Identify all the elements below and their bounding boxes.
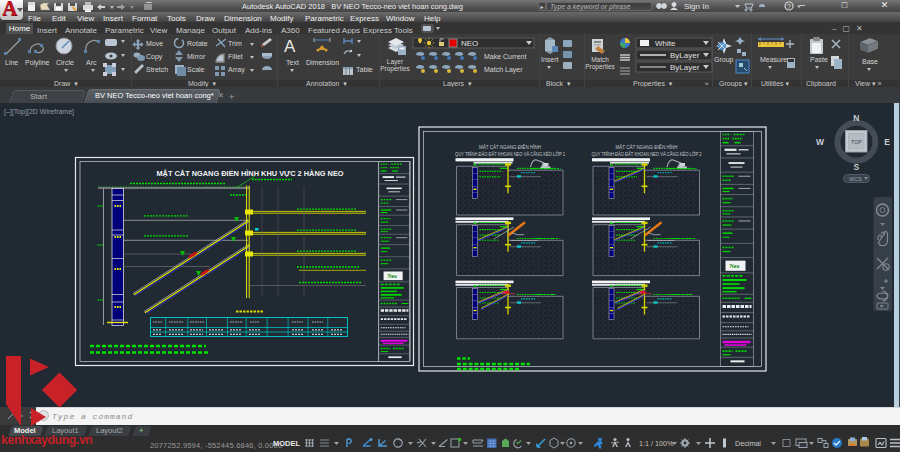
svg-text:NEO: NEO xyxy=(461,39,478,48)
svg-text:TOP: TOP xyxy=(851,139,862,145)
svg-text:W: W xyxy=(816,137,825,147)
svg-text:N: N xyxy=(853,113,859,123)
svg-text:?: ? xyxy=(787,3,791,10)
svg-text:QUY TRÌNH ĐÀO ĐẤT KHOAN NEO VÀ: QUY TRÌNH ĐÀO ĐẤT KHOAN NEO VÀ CĂNG KÉO … xyxy=(455,151,565,157)
svg-text:ByLayer: ByLayer xyxy=(670,63,700,72)
svg-text:ByLayer: ByLayer xyxy=(670,51,700,60)
svg-text:WCS: WCS xyxy=(849,176,862,182)
svg-text:MẶT CẮT NGANG ĐIỂN HÌNH: MẶT CẮT NGANG ĐIỂN HÌNH xyxy=(616,143,678,150)
svg-text:Decimal: Decimal xyxy=(735,439,761,448)
svg-text:1:1 / 100%: 1:1 / 100% xyxy=(639,439,674,448)
svg-text:MẶT CẮT NGANG ĐIỂN HÌNH: MẶT CẮT NGANG ĐIỂN HÌNH xyxy=(479,143,541,150)
svg-text:E: E xyxy=(884,137,890,147)
svg-text:A: A xyxy=(284,37,296,56)
svg-text:QUY TRÌNH ĐÀO ĐẤT KHOAN NEO VÀ: QUY TRÌNH ĐÀO ĐẤT KHOAN NEO VÀ CĂNG KÉO … xyxy=(592,151,702,157)
svg-text:MẶT CẮT NGANG ĐIỂN HÌNH KHU VỰ: MẶT CẮT NGANG ĐIỂN HÌNH KHU VỰC 2 HÀNG N… xyxy=(156,169,343,178)
svg-text:White: White xyxy=(655,39,676,48)
svg-text:Sign In: Sign In xyxy=(684,2,709,11)
svg-text:S: S xyxy=(854,162,860,172)
